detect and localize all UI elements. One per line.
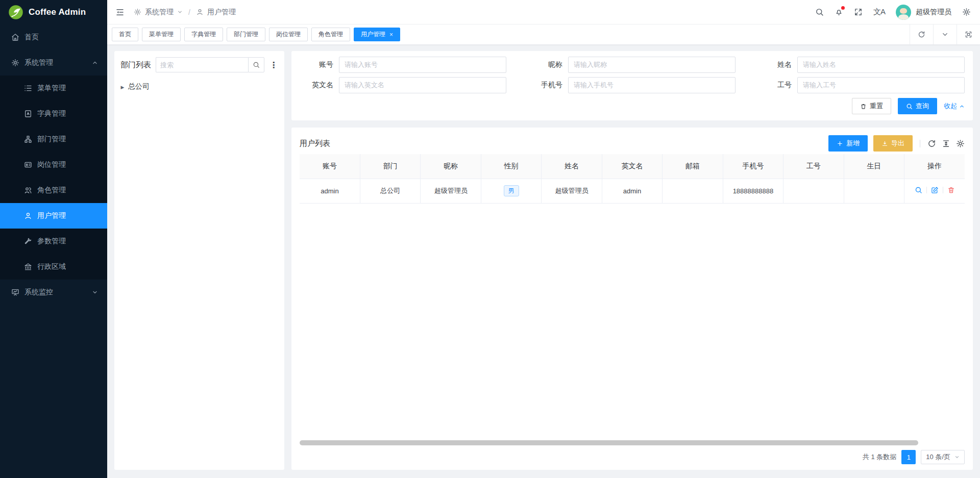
tab-user-mgmt[interactable]: 用户管理 × [354, 28, 400, 41]
sidebar-item-label: 行政区域 [37, 262, 66, 271]
tab-dict-mgmt[interactable]: 字典管理 [184, 28, 223, 41]
user-chip[interactable]: 超级管理员 [896, 5, 951, 20]
sidebar-item-label: 部门管理 [37, 135, 66, 144]
settings-gear-icon[interactable] [962, 8, 971, 16]
caret-right-icon[interactable]: ▶ [120, 84, 124, 89]
refresh-table-icon[interactable] [927, 139, 936, 148]
export-label: 导出 [891, 139, 904, 148]
divider [943, 187, 943, 193]
query-button[interactable]: 查询 [898, 98, 937, 114]
add-user-button[interactable]: 新增 [828, 135, 868, 152]
name-field[interactable] [797, 57, 965, 73]
table-header-row: 账号 部门 昵称 性别 姓名 英文名 邮箱 手机号 工号 生日 操作 [300, 154, 965, 179]
chevron-up-icon [92, 60, 98, 66]
col-account[interactable]: 账号 [300, 154, 360, 179]
col-name[interactable]: 姓名 [542, 154, 602, 179]
sidebar-item-role-mgmt[interactable]: 角色管理 [0, 178, 107, 203]
field-label: 工号 [758, 81, 792, 90]
chevron-down-icon[interactable] [933, 24, 957, 44]
collapse-form-link[interactable]: 收起 [944, 102, 965, 111]
sidebar-item-dict-mgmt[interactable]: 字典管理 [0, 101, 107, 127]
cell-account: admin [300, 179, 360, 203]
cell-dept: 总公司 [360, 179, 420, 203]
refresh-icon[interactable] [910, 24, 933, 44]
breadcrumb-parent[interactable]: 系统管理 [145, 8, 174, 17]
edit-row-icon[interactable] [931, 186, 939, 194]
tab-post-mgmt[interactable]: 岗位管理 [269, 28, 308, 41]
form-item-nickname: 昵称 [529, 56, 736, 73]
translate-icon[interactable]: 文A [873, 7, 885, 17]
maximize-icon[interactable] [957, 24, 980, 44]
close-icon[interactable]: × [389, 32, 393, 38]
fullscreen-icon[interactable] [854, 8, 863, 16]
notification-badge [841, 6, 845, 10]
reset-button[interactable]: 重置 [852, 98, 891, 114]
cell-en-name: admin [602, 179, 662, 203]
work-no-field[interactable] [797, 77, 965, 93]
delete-row-icon[interactable] [947, 186, 955, 194]
sidebar-item-post-mgmt[interactable]: 岗位管理 [0, 152, 107, 178]
table-actions: 新增 导出 [828, 135, 965, 152]
sidebar-item-user-mgmt[interactable]: 用户管理 [0, 203, 107, 229]
field-label: 账号 [300, 60, 333, 69]
tab-dept-mgmt[interactable]: 部门管理 [227, 28, 265, 41]
phone-field[interactable] [568, 77, 736, 93]
page-size-select[interactable]: 10 条/页 [921, 450, 965, 464]
row-height-icon[interactable] [942, 139, 950, 148]
col-actions: 操作 [904, 154, 965, 179]
dept-search-input[interactable] [156, 57, 248, 72]
sidebar-item-label: 用户管理 [37, 211, 66, 220]
sidebar-item-menu-mgmt[interactable]: 菜单管理 [0, 76, 107, 101]
tree-node-root[interactable]: ▶ 总公司 [120, 80, 278, 93]
nickname-field[interactable] [568, 57, 736, 73]
tab-menu-mgmt[interactable]: 菜单管理 [142, 28, 181, 41]
notifications-bell-icon[interactable] [835, 8, 843, 16]
export-button[interactable]: 导出 [873, 135, 913, 152]
collapse-sidebar-icon[interactable] [115, 8, 125, 17]
field-label: 英文名 [300, 81, 333, 90]
plus-icon [837, 140, 843, 147]
query-label: 查询 [916, 102, 929, 111]
col-birthday[interactable]: 生日 [844, 154, 904, 179]
form-actions: 重置 查询 收起 [300, 98, 965, 114]
table-settings-gear-icon[interactable] [956, 139, 965, 148]
account-field[interactable] [339, 57, 506, 73]
col-phone[interactable]: 手机号 [723, 154, 783, 179]
sidebar-item-label: 字典管理 [37, 109, 66, 118]
sidebar-item-param-mgmt[interactable]: 参数管理 [0, 229, 107, 254]
col-work-no[interactable]: 工号 [783, 154, 844, 179]
col-en-name[interactable]: 英文名 [602, 154, 662, 179]
bank-icon [24, 263, 32, 271]
col-gender[interactable]: 性别 [481, 154, 541, 179]
view-row-icon[interactable] [915, 186, 922, 194]
user-list-panel: 用户列表 新增 导出 [291, 128, 973, 470]
leaf-logo-icon [8, 5, 23, 20]
divider [920, 140, 920, 147]
sidebar-group-system[interactable]: 系统管理 [0, 50, 107, 76]
dictionary-icon [24, 110, 32, 118]
col-nickname[interactable]: 昵称 [421, 154, 481, 179]
sidebar-item-label: 岗位管理 [37, 160, 66, 169]
page-button-1[interactable]: 1 [901, 450, 916, 464]
sidebar-item-dept-mgmt[interactable]: 部门管理 [0, 127, 107, 152]
tab-home[interactable]: 首页 [112, 28, 138, 41]
table-empty-space [300, 204, 965, 441]
horizontal-scrollbar [300, 440, 965, 445]
sidebar-item-label: 首页 [24, 33, 39, 42]
dept-search-button[interactable] [248, 57, 264, 72]
scrollbar-thumb[interactable] [300, 440, 918, 445]
dept-tree: ▶ 总公司 [120, 80, 278, 93]
col-dept[interactable]: 部门 [360, 154, 420, 179]
form-item-work-no: 工号 [758, 77, 965, 93]
en-name-field[interactable] [339, 77, 506, 93]
search-icon[interactable] [815, 8, 824, 16]
sidebar-group-monitor[interactable]: 系统监控 [0, 280, 107, 305]
right-column: 账号 昵称 姓名 英文名 [291, 51, 973, 470]
sidebar-item-region-mgmt[interactable]: 行政区域 [0, 254, 107, 280]
kebab-menu-icon[interactable]: ⋮ [269, 60, 278, 70]
sidebar-submenu-system: 菜单管理 字典管理 部门管理 岗位管理 [0, 76, 107, 280]
col-email[interactable]: 邮箱 [663, 154, 723, 179]
table-row[interactable]: admin 总公司 超级管理员 男 超级管理员 admin 1888888888… [300, 179, 965, 203]
sidebar-item-home[interactable]: 首页 [0, 24, 107, 50]
tab-role-mgmt[interactable]: 角色管理 [311, 28, 350, 41]
